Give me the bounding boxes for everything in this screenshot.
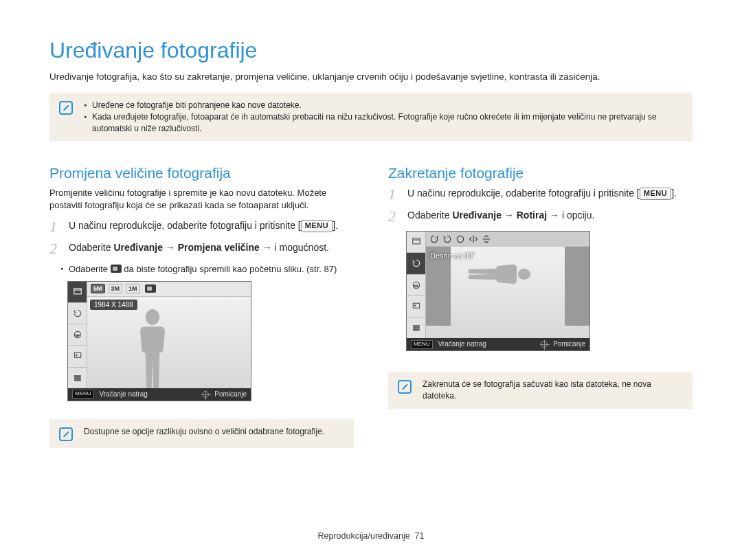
section-heading-resize: Promjena veličine fotografija	[49, 164, 354, 183]
step-number: 2	[388, 209, 401, 224]
lcd-main: Desno za 90˚	[426, 232, 589, 338]
camera-lcd-rotate: OFF Desno za 90˚	[406, 231, 590, 351]
lcd-tab-resize-icon	[68, 282, 87, 303]
step2-pre: Odaberite	[69, 242, 113, 253]
flip-v-icon	[482, 234, 491, 244]
info-icon	[59, 101, 73, 115]
lcd-footer: MENU Vraćanje natrag Pomicanje	[68, 388, 251, 401]
step2-b2: Rotiraj	[517, 210, 547, 221]
step-2: 2 Odaberite Uređivanje → Promjena veliči…	[49, 241, 354, 256]
info-icon	[398, 380, 412, 394]
svg-rect-14	[413, 327, 419, 328]
lcd-topbar	[426, 232, 589, 247]
step2-b2: Promjena veličine	[178, 242, 260, 253]
svg-rect-15	[413, 329, 419, 331]
person-silhouette-icon	[134, 309, 172, 388]
svg-rect-6	[74, 377, 80, 379]
lcd-tab-resize-icon	[407, 232, 425, 253]
flip-h-icon	[469, 234, 478, 244]
startup-image-icon	[145, 284, 156, 293]
step-body: Odaberite Uređivanje → Rotiraj → i opcij…	[407, 209, 594, 224]
lcd-tab-more-icon	[68, 368, 87, 388]
bullet-post: da biste fotografiju spremili kao početn…	[124, 264, 337, 274]
lcd-sidebar: OFF	[407, 232, 426, 338]
svg-rect-13	[413, 326, 419, 327]
lcd-tab-adjust-icon	[407, 296, 425, 317]
step2-pre: Odaberite	[407, 210, 452, 221]
svg-text:OFF: OFF	[74, 335, 79, 337]
lcd-tab-rotate-icon	[68, 303, 87, 324]
footer-page-number: 71	[415, 531, 425, 541]
left-note-text: Dostupne se opcije razlikuju ovisno o ve…	[84, 426, 324, 438]
svg-point-12	[414, 305, 416, 306]
step1-text: U načinu reprodukcije, odaberite fotogra…	[407, 188, 637, 199]
section-heading-rotate: Zakretanje fotografije	[388, 164, 693, 183]
step-body: Odaberite Uređivanje → Promjena veličine…	[69, 241, 329, 256]
svg-point-4	[76, 355, 77, 356]
svg-rect-3	[74, 353, 80, 358]
section-desc: Promjenite veličinu fotografije i spremi…	[49, 187, 354, 211]
nav-dpad-icon	[202, 391, 209, 398]
startup-image-icon	[111, 265, 122, 273]
svg-rect-5	[74, 375, 80, 377]
step-1: 1 U načinu reprodukcije, odaberite fotog…	[388, 187, 693, 202]
lcd-tab-adjust-icon	[68, 346, 87, 367]
step2-b1: Uređivanje	[113, 242, 163, 253]
page-footer: Reprodukcija/uređivanje 71	[0, 530, 742, 542]
lcd-tab-style-icon: OFF	[407, 275, 425, 296]
menu-icon: MENU	[411, 340, 433, 349]
lcd-chip: 5M	[91, 284, 105, 293]
step-number: 1	[49, 219, 62, 234]
lcd-tab-rotate-icon	[407, 253, 425, 274]
left-column: Promjena veličine fotografija Promjenite…	[49, 164, 354, 448]
note-item: Kada uređujete fotografije, fotoaparat ć…	[84, 111, 683, 135]
info-icon	[59, 427, 73, 441]
svg-rect-11	[413, 303, 419, 308]
top-note-list: Uređene će fotografije biti pohranjene k…	[84, 100, 683, 134]
menu-button-label: MENU	[640, 188, 671, 199]
footer-section: Reprodukcija/uređivanje	[318, 531, 410, 541]
lcd-main: 5M 3M 1M 1984 X 1488	[87, 282, 251, 388]
lcd-topbar: 5M 3M 1M	[87, 282, 251, 297]
right-note-box: Zakrenuta će se fotografija sačuvati kao…	[388, 372, 693, 409]
lcd-sidebar: OFF	[68, 282, 87, 388]
menu-icon: MENU	[72, 390, 94, 399]
lcd-tab-more-icon	[407, 317, 425, 338]
lcd-chip: 3M	[109, 284, 123, 293]
arrow: →	[166, 242, 178, 253]
lcd-back-label: Vraćanje natrag	[438, 339, 486, 349]
lcd-tab-style-icon: OFF	[68, 324, 87, 346]
lcd-footer: MENU Vraćanje natrag Pomicanje	[407, 338, 589, 350]
sub-bullet: Odaberite da biste fotografiju spremili …	[49, 263, 354, 276]
step-1: 1 U načinu reprodukcije, odaberite fotog…	[49, 219, 354, 234]
top-note-box: Uređene će fotografije biti pohranjene k…	[49, 93, 693, 141]
svg-text:OFF: OFF	[413, 285, 418, 288]
step-number: 1	[388, 187, 401, 202]
lcd-chip: 1M	[126, 284, 140, 293]
rotate-left-icon	[442, 234, 452, 244]
right-note-text: Zakrenuta će se fotografija sačuvati kao…	[423, 379, 683, 402]
rotate-right-icon	[429, 234, 439, 244]
camera-lcd-resize: OFF 5M 3M 1M 1984 X 1488	[67, 281, 251, 401]
step2-tail: i opciju.	[562, 210, 594, 221]
arrow: →	[262, 242, 275, 253]
lcd-back-label: Vraćanje natrag	[100, 390, 148, 399]
svg-rect-0	[74, 289, 81, 294]
page-title: Uređivanje fotografije	[49, 36, 693, 65]
left-note-box: Dostupne se opcije razlikuju ovisno o ve…	[49, 419, 354, 448]
menu-button-label: MENU	[301, 220, 333, 232]
right-column: Zakretanje fotografije 1 U načinu reprod…	[388, 164, 693, 448]
intro-text: Uređivanje fotografija, kao što su zakre…	[49, 71, 693, 83]
step2-b1: Uređivanje	[452, 210, 502, 221]
nav-dpad-icon	[541, 341, 548, 348]
lcd-move-label: Pomicanje	[214, 390, 247, 399]
step-body: U načinu reprodukcije, odaberite fotogra…	[407, 187, 677, 202]
arrow: →	[504, 210, 517, 221]
bullet-pre: Odaberite	[69, 264, 111, 274]
step-body: U načinu reprodukcije, odaberite fotogra…	[69, 219, 338, 234]
person-silhouette-rotated-icon	[469, 256, 530, 293]
step-2: 2 Odaberite Uređivanje → Rotiraj → i opc…	[388, 209, 693, 224]
rotate-180-icon	[456, 234, 465, 244]
lcd-move-label: Pomicanje	[553, 339, 585, 349]
step-number: 2	[49, 241, 62, 256]
